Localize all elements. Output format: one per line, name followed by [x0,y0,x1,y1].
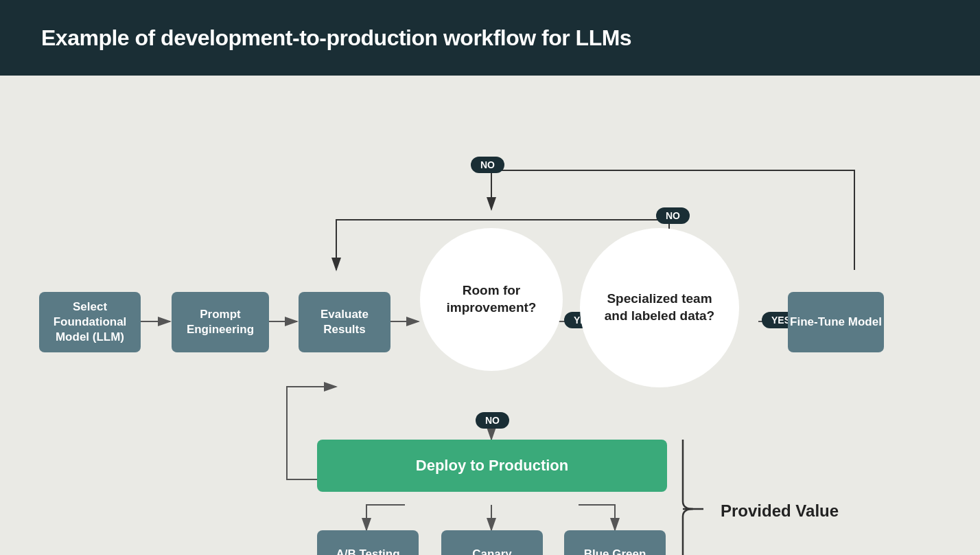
ab-testing-node: A/B Testing [317,530,419,555]
provided-value-label: Provided Value [721,501,839,521]
deploy-to-production-node: Deploy to Production [317,440,667,492]
provided-value-brace [676,440,717,555]
fine-tune-model-node: Fine-Tune Model [788,292,884,352]
header-title: Example of development-to-production wor… [41,25,631,51]
header: Example of development-to-production wor… [0,0,980,76]
specialized-team-node: Specialized team and labeled data? [580,228,739,387]
room-for-improvement-node: Room for improvement? [420,228,563,371]
prompt-engineering-node: Prompt Engineering [172,292,269,352]
diagram-area: Select Foundational Model (LLM) Prompt E… [0,76,980,555]
canary-node: Canary [441,530,543,555]
select-model-node: Select Foundational Model (LLM) [39,292,141,352]
no-label-specialized: NO [656,207,690,224]
no-label-bottom: NO [476,412,509,429]
no-label-top: NO [471,157,504,173]
blue-green-node: Blue Green [564,530,666,555]
evaluate-results-node: Evaluate Results [299,292,390,352]
